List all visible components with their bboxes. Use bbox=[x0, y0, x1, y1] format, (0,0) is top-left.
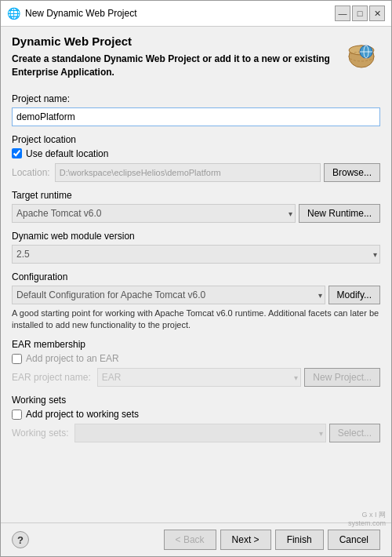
add-to-working-sets-checkbox[interactable] bbox=[12, 410, 22, 420]
project-icon bbox=[343, 35, 380, 72]
add-to-ear-checkbox[interactable] bbox=[12, 354, 22, 364]
use-default-location-label: Use default location bbox=[26, 148, 108, 159]
finish-button[interactable]: Finish bbox=[275, 530, 324, 550]
select-button[interactable]: Select... bbox=[329, 424, 380, 442]
new-runtime-button[interactable]: New Runtime... bbox=[299, 204, 380, 223]
maximize-button[interactable]: □ bbox=[352, 5, 368, 21]
configuration-section: Configuration Default Configuration for … bbox=[12, 271, 380, 332]
ear-project-name-label: EAR project name: bbox=[12, 372, 91, 383]
ear-membership-title: EAR membership bbox=[12, 339, 380, 350]
add-to-ear-row: Add project to an EAR bbox=[12, 353, 380, 364]
project-location-section: Project location Use default location Lo… bbox=[12, 134, 380, 182]
footer-left: ? bbox=[12, 531, 29, 548]
close-button[interactable]: ✕ bbox=[369, 5, 385, 21]
working-sets-row: Working sets: ▾ Select... bbox=[12, 424, 380, 442]
working-sets-select-wrapper: ▾ bbox=[74, 424, 325, 442]
working-sets-select[interactable] bbox=[74, 424, 325, 442]
add-to-working-sets-row: Add project to working sets bbox=[12, 409, 380, 420]
use-default-location-row: Use default location bbox=[12, 148, 380, 159]
location-input[interactable] bbox=[55, 163, 321, 182]
working-sets-field-label: Working sets: bbox=[12, 428, 68, 439]
title-bar-text: New Dynamic Web Project bbox=[25, 8, 330, 19]
web-module-version-select-wrapper: 2.5 ▾ bbox=[12, 245, 380, 264]
web-module-version-label: Dynamic web module version bbox=[12, 231, 380, 242]
modify-button[interactable]: Modify... bbox=[328, 286, 380, 304]
footer: ? < Back Next > Finish Cancel bbox=[1, 522, 391, 556]
working-sets-title: Working sets bbox=[12, 395, 380, 406]
watermark: G x I 网 system.com bbox=[348, 511, 386, 529]
ear-project-row: EAR project name: EAR ▾ New Project... bbox=[12, 368, 380, 387]
use-default-location-checkbox[interactable] bbox=[12, 148, 22, 158]
configuration-hint: A good starting point for working with A… bbox=[12, 308, 380, 332]
configuration-label: Configuration bbox=[12, 271, 380, 282]
page-title-text: Dynamic Web Project bbox=[12, 35, 335, 48]
content-area: Dynamic Web Project Create a standalone … bbox=[1, 27, 391, 522]
location-row: Location: Browse... bbox=[12, 163, 380, 182]
new-project-button[interactable]: New Project... bbox=[304, 368, 380, 387]
minimize-button[interactable]: — bbox=[335, 5, 350, 21]
target-runtime-row: Apache Tomcat v6.0 ▾ New Runtime... bbox=[12, 204, 380, 223]
add-to-working-sets-label: Add project to working sets bbox=[26, 409, 139, 420]
working-sets-section: Working sets Add project to working sets… bbox=[12, 395, 380, 442]
title-bar-icon: 🌐 bbox=[7, 7, 20, 20]
help-button[interactable]: ? bbox=[12, 531, 29, 548]
project-name-label: Project name: bbox=[12, 93, 380, 104]
target-runtime-label: Target runtime bbox=[12, 190, 380, 201]
configuration-select-wrapper: Default Configuration for Apache Tomcat … bbox=[12, 286, 325, 304]
add-to-ear-label: Add project to an EAR bbox=[26, 353, 119, 364]
project-name-input[interactable] bbox=[12, 107, 380, 126]
web-module-version-select[interactable]: 2.5 bbox=[12, 245, 380, 264]
configuration-row: Default Configuration for Apache Tomcat … bbox=[12, 286, 380, 304]
back-button[interactable]: < Back bbox=[164, 530, 216, 550]
target-runtime-select[interactable]: Apache Tomcat v6.0 bbox=[12, 204, 296, 223]
watermark-line2: system.com bbox=[348, 519, 386, 529]
title-bar-buttons: — □ ✕ bbox=[335, 5, 385, 21]
ear-membership-section: EAR membership Add project to an EAR EAR… bbox=[12, 339, 380, 387]
title-bar: 🌐 New Dynamic Web Project — □ ✕ bbox=[1, 1, 391, 27]
footer-buttons: < Back Next > Finish Cancel bbox=[164, 530, 380, 550]
next-button[interactable]: Next > bbox=[220, 530, 271, 550]
web-module-version-section: Dynamic web module version 2.5 ▾ bbox=[12, 231, 380, 264]
configuration-select[interactable]: Default Configuration for Apache Tomcat … bbox=[12, 286, 325, 304]
target-runtime-section: Target runtime Apache Tomcat v6.0 ▾ New … bbox=[12, 190, 380, 223]
location-prefix-label: Location: bbox=[12, 167, 50, 178]
page-header: Dynamic Web Project Create a standalone … bbox=[12, 35, 380, 89]
target-runtime-select-wrapper: Apache Tomcat v6.0 ▾ bbox=[12, 204, 296, 223]
page-description: Create a standalone Dynamic Web Project … bbox=[12, 53, 335, 79]
cancel-button[interactable]: Cancel bbox=[328, 530, 380, 550]
project-location-title: Project location bbox=[12, 134, 380, 145]
ear-project-select-wrapper: EAR ▾ bbox=[97, 368, 302, 387]
browse-button[interactable]: Browse... bbox=[324, 163, 380, 182]
watermark-line1: G x I 网 bbox=[348, 511, 386, 520]
project-name-section: Project name: bbox=[12, 93, 380, 126]
ear-project-select[interactable]: EAR bbox=[97, 368, 302, 387]
